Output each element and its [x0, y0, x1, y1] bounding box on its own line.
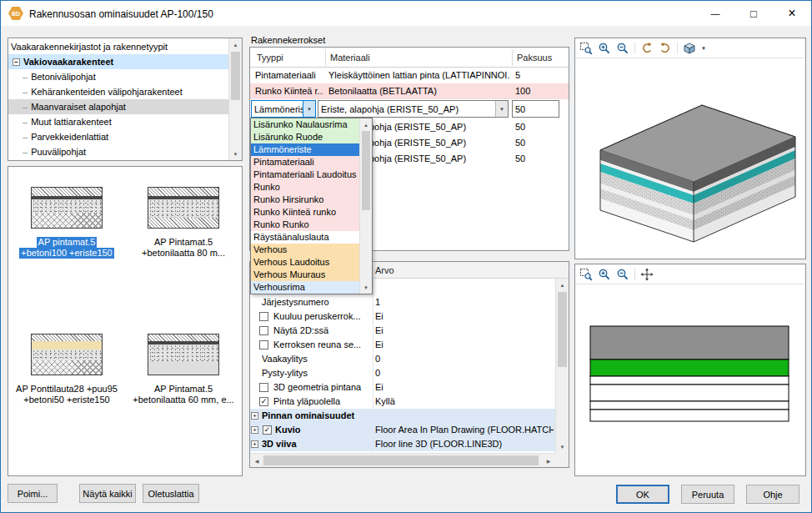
- property-row[interactable]: Järjestysnumero1: [250, 295, 555, 309]
- property-row[interactable]: 3D geometria pintanaEi: [250, 380, 555, 395]
- view-2d-toolbar: [575, 264, 805, 284]
- pan-icon[interactable]: [639, 266, 655, 283]
- zoom-window-icon[interactable]: [578, 40, 594, 57]
- scroll-up-icon[interactable]: ▲: [229, 38, 242, 51]
- property-category-row[interactable]: + Pinnan ominaisuudet: [250, 409, 555, 423]
- expand-icon[interactable]: +: [251, 426, 258, 434]
- dropdown-item-selected[interactable]: Lämmöneriste: [251, 143, 359, 156]
- tree-item-label: Maanvaraiset alapohjat: [31, 102, 126, 112]
- minimize-button[interactable]: —: [696, 1, 734, 26]
- scroll-down-icon[interactable]: ▼: [556, 440, 569, 453]
- dropdown-item[interactable]: Pintamateriaali: [251, 156, 359, 168]
- checkbox-checked[interactable]: ✓: [263, 425, 272, 435]
- poimi-button[interactable]: Poimi...: [8, 484, 58, 503]
- structure-thumbnail[interactable]: AP Pintamat.5 +betonilaatta 80 m...: [128, 179, 238, 325]
- dropdown-arrow-icon[interactable]: ▾: [699, 45, 708, 52]
- layer-row-highlighted[interactable]: Runko Kiinteä r... Betonilaatta (BETLAAT…: [250, 83, 569, 99]
- tree-item[interactable]: –Parvekkeidenlattiat: [8, 129, 228, 144]
- scroll-down-icon[interactable]: ▼: [360, 281, 372, 294]
- scrollbar-corner: [555, 453, 569, 467]
- checkbox-unchecked[interactable]: [259, 326, 268, 335]
- zoom-in-icon[interactable]: [596, 266, 613, 283]
- property-row[interactable]: ✓ Pinta yläpuolellaKyllä: [250, 395, 555, 409]
- zoom-window-icon[interactable]: [578, 266, 594, 283]
- property-category-row[interactable]: + ✓ KuvioFloor Area In Plan Drawing (FLO…: [250, 423, 555, 437]
- tree-item[interactable]: –Betonivälipohjat: [8, 69, 228, 84]
- scroll-thumb[interactable]: [362, 131, 370, 210]
- property-category-row[interactable]: + 3D viivaFloor line 3D (FLOOR.LINE3D): [250, 437, 555, 451]
- scroll-down-icon[interactable]: ▼: [229, 148, 242, 160]
- expand-icon[interactable]: +: [251, 440, 258, 448]
- checkbox-checked[interactable]: ✓: [259, 397, 268, 406]
- tree-item-label: Parvekkeidenlattiat: [31, 132, 108, 142]
- cancel-button[interactable]: Peruuta: [681, 485, 734, 504]
- dropdown-item[interactable]: Pintamateriaali Laudoitus: [251, 168, 359, 181]
- checkbox-unchecked[interactable]: [259, 383, 268, 392]
- zoom-in-icon[interactable]: [596, 40, 613, 57]
- close-button[interactable]: ×: [773, 1, 811, 26]
- structure-thumbnail-selected[interactable]: AP pintamat.5 +betoni100 +eriste150: [12, 179, 122, 325]
- combo-dropdown-icon[interactable]: ▼: [303, 101, 315, 117]
- dropdown-item[interactable]: Räystäänaluslauta: [251, 231, 359, 244]
- dropdown-item[interactable]: Runko Runko: [251, 219, 359, 231]
- scroll-thumb[interactable]: [231, 52, 240, 100]
- tree-item[interactable]: –Kehärankenteiden välipohjarakenteet: [8, 84, 228, 99]
- dropdown-item[interactable]: Verhous: [251, 244, 359, 256]
- tree-group-item[interactable]: − Vakiovaakarakenteet: [8, 54, 228, 69]
- viewport-3d[interactable]: [575, 58, 805, 259]
- maximize-button[interactable]: □: [734, 1, 773, 26]
- layer-row[interactable]: Pintamateriaali Yleiskäyttöinen lattian …: [250, 68, 569, 83]
- rotate-ccw-icon[interactable]: [639, 40, 655, 57]
- collapse-icon[interactable]: −: [13, 58, 20, 66]
- layer-type-combobox[interactable]: Lämmöneriste ▼: [251, 100, 316, 118]
- rotate-cw-icon[interactable]: [657, 40, 674, 57]
- viewport-2d[interactable]: [575, 284, 805, 475]
- property-row[interactable]: Näytä 2D:ssäEi: [250, 324, 555, 338]
- layer-material-combobox[interactable]: Eriste, alapohja (ERISTE_50_AP) ▼: [318, 100, 509, 118]
- scroll-thumb[interactable]: [263, 455, 539, 465]
- checkbox-unchecked[interactable]: [259, 340, 268, 350]
- tree-item[interactable]: –Puuvälipohjat: [8, 144, 228, 159]
- property-grid-vscrollbar[interactable]: ▲ ▼: [555, 279, 569, 453]
- tree-item[interactable]: –Muut lattiarakenteet: [8, 114, 228, 129]
- dropdown-item[interactable]: Runko Kiinteä runko: [251, 206, 359, 219]
- layer-thickness-input[interactable]: [512, 100, 559, 118]
- combo-dropdown-icon[interactable]: ▼: [495, 101, 508, 117]
- column-header-materiaali[interactable]: Materiaali: [330, 48, 370, 68]
- scroll-up-icon[interactable]: ▲: [556, 279, 569, 291]
- tree-root-item[interactable]: Vaakarakennekirjastot ja rakennetyypit: [8, 39, 228, 54]
- zoom-out-icon[interactable]: [614, 266, 631, 283]
- structure-thumbnail[interactable]: AP Pintamat.5 +betonilaatta 60 mm, e...: [128, 325, 238, 472]
- property-row[interactable]: Pysty-ylitys0: [250, 366, 555, 380]
- view-mode-icon[interactable]: [681, 40, 698, 57]
- property-grid-hscrollbar[interactable]: ◀ ▶: [250, 453, 555, 467]
- checkbox-unchecked[interactable]: [259, 312, 268, 321]
- scroll-left-icon[interactable]: ◀: [250, 454, 263, 467]
- dropdown-scrollbar[interactable]: ▲ ▼: [359, 118, 372, 294]
- dropdown-item[interactable]: Verhousrima: [251, 281, 359, 294]
- property-row[interactable]: Vaakaylitys0: [250, 352, 555, 366]
- dropdown-item[interactable]: Lisärunko Ruode: [251, 131, 359, 143]
- scroll-thumb[interactable]: [558, 292, 567, 367]
- column-header-paksuus[interactable]: Paksuus: [517, 48, 552, 68]
- oletuslattia-button[interactable]: Oletuslattia: [143, 484, 199, 503]
- nayta-kaikki-button[interactable]: Näytä kaikki: [79, 484, 136, 503]
- column-header-tyyppi[interactable]: Tyyppi: [257, 48, 283, 68]
- tree-item-selected[interactable]: –Maanvaraiset alapohjat: [8, 99, 228, 114]
- ok-button[interactable]: OK: [616, 485, 669, 504]
- dropdown-item[interactable]: Lisärunko Naulausrima: [251, 118, 359, 131]
- dropdown-item[interactable]: Runko Hirsirunko: [251, 194, 359, 206]
- layer-material-value: Eriste, alapohja (ERISTE_50_AP): [318, 104, 495, 114]
- property-row[interactable]: Kerroksen reuna se...Ei: [250, 338, 555, 352]
- scroll-right-icon[interactable]: ▶: [542, 454, 555, 467]
- help-button[interactable]: Ohje: [746, 485, 799, 504]
- expand-icon[interactable]: +: [251, 412, 258, 420]
- dropdown-item[interactable]: Verhous Laudoitus: [251, 256, 359, 269]
- dropdown-item[interactable]: Runko: [251, 181, 359, 194]
- scroll-up-icon[interactable]: ▲: [360, 118, 372, 131]
- property-row[interactable]: Kuuluu peruskerrok...Ei: [250, 309, 555, 324]
- structure-thumbnail[interactable]: AP Ponttilauta28 +puu95 +betoni50 +erist…: [12, 325, 122, 472]
- zoom-out-icon[interactable]: [614, 40, 631, 57]
- tree-scrollbar[interactable]: ▲ ▼: [228, 38, 242, 160]
- dropdown-item[interactable]: Verhous Muuraus: [251, 269, 359, 281]
